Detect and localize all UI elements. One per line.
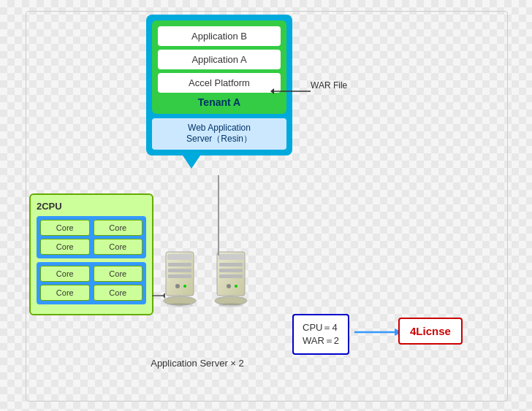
core-row-3: Core Core [40, 266, 142, 282]
svg-point-17 [235, 285, 238, 288]
core-cell-2: Core [94, 220, 143, 236]
web-server-label: Web ApplicationServer（Resin） [152, 118, 286, 150]
core-row-1: Core Core [40, 220, 142, 236]
vertical-connector [218, 175, 219, 256]
core-row-4: Core Core [40, 285, 142, 301]
core-group-1: Core Core Core Core [37, 216, 146, 258]
svg-rect-15 [219, 274, 243, 278]
svg-point-7 [175, 284, 180, 288]
server-bubble: Application B Application A Accel Platfo… [146, 15, 292, 155]
tenant-label: Tenant A [158, 96, 281, 108]
cpu-to-server-arrow [152, 291, 167, 301]
core-cell-3: Core [40, 239, 90, 255]
cpu-war-arrow [354, 327, 402, 337]
svg-rect-4 [168, 263, 191, 266]
svg-marker-23 [162, 293, 165, 299]
cpu-box: 2CPU Core Core Core Core Core Core Core … [29, 193, 153, 315]
core-group-2: Core Core Core Core [37, 262, 146, 304]
core-cell-7: Core [40, 285, 90, 301]
svg-point-10 [167, 303, 193, 307]
diagram-container: Application B Application A Accel Platfo… [22, 7, 512, 405]
cpu-war-box: CPU＝4 WAR＝2 [292, 314, 349, 355]
svg-point-16 [227, 284, 231, 288]
svg-point-8 [183, 285, 186, 288]
core-cell-4: Core [94, 239, 143, 255]
svg-rect-3 [167, 254, 192, 260]
svg-point-19 [218, 303, 244, 307]
server-icon-2 [208, 248, 256, 314]
core-cell-1: Core [40, 220, 90, 236]
svg-rect-6 [168, 274, 191, 278]
core-row-2: Core Core [40, 239, 142, 255]
license-box: 4Licnse [398, 318, 463, 345]
server-icon-1 [157, 248, 205, 314]
war-file-arrow [270, 86, 314, 96]
war-count: WAR＝2 [303, 334, 339, 347]
cpu-title: 2CPU [37, 201, 146, 212]
tenant-box: Application B Application A Accel Platfo… [152, 20, 286, 114]
svg-rect-14 [219, 269, 243, 272]
core-cell-8: Core [94, 285, 143, 301]
svg-rect-13 [219, 263, 243, 266]
war-file-label: WAR File [311, 80, 347, 91]
app-a-item: Application A [158, 50, 281, 69]
servers-container [157, 248, 256, 314]
core-cell-6: Core [94, 266, 143, 282]
svg-rect-5 [168, 269, 191, 272]
accel-platform-item: Accel Platform [158, 73, 281, 93]
cpu-count: CPU＝4 [303, 321, 339, 334]
svg-rect-12 [218, 254, 243, 260]
core-cell-5: Core [40, 266, 90, 282]
app-b-item: Application B [158, 26, 281, 46]
app-server-label: Application Server × 2 [139, 358, 256, 369]
svg-marker-1 [270, 88, 274, 94]
